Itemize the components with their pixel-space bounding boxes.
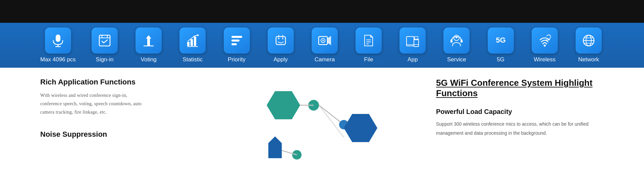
svg-rect-16 (231, 43, 237, 45)
highlight-functions-title: 5G WiFi Conference System Highlight Func… (436, 78, 604, 99)
toolbar-item-apply[interactable]: Apply (266, 27, 296, 63)
svg-marker-53 (268, 136, 282, 143)
svg-rect-3 (99, 35, 110, 46)
signin-label: Sign-in (96, 56, 114, 63)
svg-rect-9 (187, 42, 190, 46)
service-icon (449, 33, 464, 48)
noise-suppression-title: Noise Suppression (40, 130, 215, 139)
max4096-label: Max 4096 pcs (40, 56, 76, 63)
wireless-label: Wireless (534, 56, 555, 63)
priority-label: Priority (228, 56, 246, 63)
5g-label: 5G (497, 56, 504, 63)
network-label: Network (578, 56, 599, 63)
svg-marker-7 (146, 35, 151, 46)
svg-rect-17 (276, 37, 285, 45)
svg-rect-31 (414, 39, 419, 47)
network-icon-box (576, 27, 602, 54)
file-label: File (364, 56, 373, 63)
statistic-icon-box (179, 27, 206, 54)
toolbar-item-network[interactable]: Network (574, 27, 604, 63)
toolbar-item-max4096[interactable]: Max 4096 pcs (40, 27, 76, 63)
toolbar-item-signin[interactable]: Sign-in (90, 27, 120, 63)
service-label: Service (447, 56, 466, 63)
wireless-icon-box (532, 27, 558, 54)
content-section: Rich Application Functions With wireless… (0, 68, 644, 185)
toolbar-item-app[interactable]: App (397, 27, 428, 63)
camera-icon (317, 33, 332, 48)
top-black-bar (0, 0, 644, 23)
svg-marker-23 (327, 37, 331, 45)
priority-icon (229, 33, 244, 48)
svg-marker-45 (267, 91, 300, 119)
file-icon-box (356, 27, 382, 54)
5g-icon: 5G (493, 33, 508, 48)
mic-icon-box (45, 27, 71, 54)
wireless-icon (537, 33, 552, 48)
voting-icon-box (136, 27, 162, 54)
svg-point-13 (197, 35, 199, 36)
toolbar-item-camera[interactable]: Camera (310, 27, 340, 63)
apply-icon (273, 33, 288, 48)
svg-text:5G: 5G (496, 36, 505, 44)
toolbar-item-wireless[interactable]: Wireless (530, 27, 560, 63)
middle-graphic (215, 78, 423, 178)
powerful-load-title: Powerful Load Capacity (436, 108, 604, 116)
svg-point-25 (322, 40, 324, 41)
toolbar-item-file[interactable]: File (354, 27, 384, 63)
left-content: Rich Application Functions With wireless… (40, 78, 215, 178)
svg-point-39 (544, 45, 546, 47)
right-content: 5G WiFi Conference System Highlight Func… (423, 78, 604, 178)
rich-application-title: Rich Application Functions (40, 78, 215, 86)
statistic-icon (185, 33, 200, 48)
service-icon-box (443, 27, 470, 54)
svg-rect-36 (450, 40, 452, 43)
mic-icon (51, 33, 65, 48)
svg-marker-51 (344, 114, 377, 142)
toolbar-item-voting[interactable]: Voting (133, 27, 164, 63)
svg-point-19 (282, 38, 283, 39)
hexagon-graphic (248, 84, 389, 172)
toolbar-item-service[interactable]: Service (441, 27, 472, 63)
svg-rect-37 (461, 40, 463, 43)
file-icon (361, 33, 376, 48)
icon-toolbar: Max 4096 pcs Sign-in Voting (0, 23, 644, 68)
svg-rect-15 (231, 40, 239, 42)
camera-label: Camera (315, 56, 335, 63)
toolbar-item-priority[interactable]: Priority (222, 27, 252, 63)
priority-icon-box (224, 27, 250, 54)
svg-rect-10 (191, 39, 193, 46)
rich-application-body: With wireless and wired conference sign-… (40, 91, 148, 117)
svg-rect-14 (231, 36, 242, 38)
powerful-load-body: Support 300 wireless conference mics to … (436, 120, 597, 137)
apply-icon-box (268, 27, 294, 54)
statistic-label: Statistic (183, 56, 203, 63)
svg-marker-52 (268, 143, 282, 158)
toolbar-item-5g[interactable]: 5G 5G (486, 27, 516, 63)
apply-label: Apply (273, 56, 288, 63)
svg-point-18 (278, 38, 279, 39)
signin-icon-box (92, 27, 118, 54)
5g-icon-box: 5G (488, 27, 514, 54)
app-icon-box (399, 27, 426, 54)
svg-rect-11 (194, 37, 196, 46)
network-icon (581, 33, 596, 48)
signin-icon (97, 33, 112, 48)
svg-rect-0 (56, 35, 60, 42)
camera-icon-box (312, 27, 338, 54)
voting-icon (141, 33, 156, 48)
app-label: App (408, 56, 418, 63)
voting-label: Voting (141, 56, 157, 63)
app-icon (405, 33, 420, 48)
toolbar-item-statistic[interactable]: Statistic (177, 27, 208, 63)
